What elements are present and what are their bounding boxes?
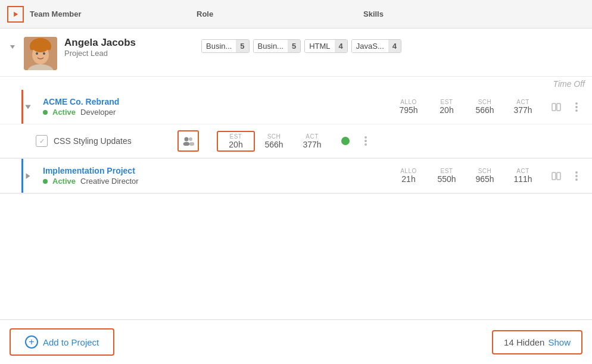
project-role-acme: Developer <box>80 108 116 117</box>
stat-allo: ALLO 795h <box>390 99 428 115</box>
stat-act-task: ACT 377h <box>293 133 331 149</box>
member-expand-btn[interactable] <box>7 42 18 52</box>
project-section-impl: Implementation Project Active Creative D… <box>0 159 592 194</box>
stat-allo-impl: ALLO 21h <box>390 168 428 184</box>
status-dot-impl <box>43 179 48 184</box>
project-name-acme[interactable]: ACME Co. Rebrand <box>43 97 181 106</box>
project-status-role-impl: Active Creative Director <box>43 177 181 186</box>
project-left-bar <box>21 90 23 124</box>
stat-est: EST 20h <box>428 99 466 115</box>
collapse-toggle[interactable] <box>7 6 24 23</box>
skills-list: Busin... 5 Busin... 5 HTML 4 JavaS... 4 <box>201 37 585 53</box>
project-name-area-acme: ACME Co. Rebrand Active Developer <box>38 97 181 117</box>
col-header-skills: Skills <box>363 10 585 18</box>
svg-point-16 <box>185 137 189 142</box>
stat-sch: SCH 566h <box>466 99 504 115</box>
svg-point-22 <box>364 143 367 146</box>
member-expand-area <box>7 37 24 52</box>
svg-marker-0 <box>14 11 18 16</box>
svg-rect-24 <box>552 172 556 180</box>
columns-icon-impl[interactable] <box>548 168 565 184</box>
status-text-impl: Active <box>52 177 76 186</box>
member-row: Angela Jacobs Project Lead Busin... 5 Bu… <box>0 29 592 77</box>
svg-point-14 <box>575 106 578 108</box>
project-name-impl[interactable]: Implementation Project <box>43 166 181 175</box>
avatar <box>24 37 57 70</box>
task-more-icon[interactable] <box>357 133 374 149</box>
task-status-icon[interactable] <box>337 133 354 149</box>
row-actions-acme <box>548 99 585 115</box>
project-row-impl: Implementation Project Active Creative D… <box>0 159 592 193</box>
stat-act: ACT 377h <box>504 99 542 115</box>
svg-point-6 <box>32 38 49 52</box>
svg-point-26 <box>575 171 578 174</box>
col-header-member: Team Member <box>30 10 197 18</box>
stat-sch-impl: SCH 965h <box>466 168 504 184</box>
show-link[interactable]: Show <box>548 337 571 347</box>
footer-row: + Add to Project 14 Hidden Show <box>0 319 592 364</box>
more-menu-icon-impl[interactable] <box>568 168 585 184</box>
svg-rect-12 <box>557 103 560 111</box>
impl-expand-btn[interactable] <box>24 172 38 180</box>
add-to-project-button[interactable]: + Add to Project <box>10 328 114 356</box>
col-header-role: Role <box>197 10 363 18</box>
stats-impl: ALLO 21h EST 550h SCH 965h ACT 111h <box>390 168 542 184</box>
task-checkbox[interactable]: ✓ <box>36 135 48 147</box>
project-name-area-impl: Implementation Project Active Creative D… <box>38 166 181 186</box>
status-text-acme: Active <box>52 108 76 117</box>
est-highlight-box: EST 20h <box>217 131 255 152</box>
assign-team-icon[interactable] <box>177 130 199 152</box>
svg-point-27 <box>575 175 578 177</box>
svg-rect-25 <box>557 172 560 180</box>
svg-point-21 <box>364 140 367 142</box>
project-row-acme: ACME Co. Rebrand Active Developer ALLO 7… <box>0 90 592 124</box>
svg-point-28 <box>575 178 578 181</box>
time-off-label: Time Off <box>0 77 592 90</box>
status-dot-active <box>43 110 48 115</box>
svg-point-20 <box>364 136 367 139</box>
impl-left-bar <box>21 159 23 193</box>
svg-marker-10 <box>25 105 30 109</box>
member-name: Angela Jacobs <box>64 37 201 49</box>
row-actions-task <box>337 133 374 149</box>
project-section-acme: ACME Co. Rebrand Active Developer ALLO 7… <box>0 90 592 159</box>
stat-sch-task: SCH 566h <box>255 133 293 149</box>
task-name-css: CSS Styling Updates <box>54 136 173 146</box>
skill-tag: Busin... 5 <box>201 39 250 53</box>
svg-point-13 <box>575 102 578 105</box>
row-actions-impl <box>548 168 585 184</box>
add-icon: + <box>25 335 38 349</box>
more-menu-icon[interactable] <box>568 99 585 115</box>
svg-marker-1 <box>10 45 15 49</box>
project-role-impl: Creative Director <box>80 177 139 186</box>
svg-point-8 <box>43 52 45 55</box>
skill-tag: HTML 4 <box>304 39 348 53</box>
svg-point-19 <box>189 142 195 146</box>
skill-tag: JavaS... 4 <box>351 39 401 53</box>
project-status-role-acme: Active Developer <box>43 108 181 117</box>
svg-rect-11 <box>552 103 556 111</box>
hidden-show-area: 14 Hidden Show <box>492 330 582 354</box>
svg-point-15 <box>575 109 578 112</box>
svg-point-7 <box>36 52 38 55</box>
add-to-project-label: Add to Project <box>43 337 99 347</box>
acme-expand-btn[interactable] <box>24 103 38 111</box>
svg-point-17 <box>183 142 190 146</box>
hidden-count: 14 Hidden <box>504 337 544 347</box>
member-info: Angela Jacobs Project Lead <box>64 37 201 58</box>
stats-acme: ALLO 795h EST 20h SCH 566h ACT 377h <box>390 99 542 115</box>
member-role-label: Project Lead <box>64 49 201 58</box>
task-row-css: ✓ CSS Styling Updates EST 20h SCH 566h <box>0 124 592 158</box>
columns-icon[interactable] <box>548 99 565 115</box>
skill-tag: Busin... 5 <box>253 39 301 53</box>
table-header: Team Member Role Skills <box>0 0 592 29</box>
svg-marker-23 <box>26 173 30 178</box>
stat-est-impl: EST 550h <box>428 168 466 184</box>
svg-point-18 <box>189 137 192 141</box>
stat-act-impl: ACT 111h <box>504 168 542 184</box>
